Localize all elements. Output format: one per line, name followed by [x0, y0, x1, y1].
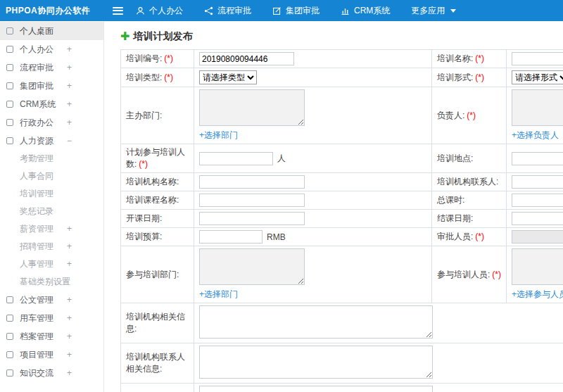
expand-icon[interactable]: + — [67, 58, 72, 77]
sidebar-item-label: 基础类别设置 — [20, 277, 70, 286]
sidebar-item[interactable]: 公文管理+ — [0, 291, 103, 309]
training-name-input[interactable] — [512, 52, 563, 65]
top-nav: 个人办公 流程审批 集团审批 CRM系统 更多应用 — [136, 5, 456, 17]
expand-icon[interactable]: + — [67, 95, 72, 113]
sidebar-item-label: 知识交流 — [20, 368, 53, 378]
field-label: 参与培训部门: — [126, 270, 179, 279]
training-requirements-textarea[interactable] — [199, 386, 433, 392]
crm-icon — [6, 101, 13, 108]
select-department-link[interactable]: +选择部门 — [199, 129, 426, 141]
nav-item-workflow-approval[interactable]: 流程审批 — [204, 5, 251, 17]
nav-item-group-approval[interactable]: 集团审批 — [272, 5, 320, 17]
sidebar-item[interactable]: 集团审批+ — [0, 77, 103, 95]
org-name-input[interactable] — [199, 175, 305, 189]
admin-icon — [6, 119, 13, 126]
sidebar-item[interactable]: 项目管理+ — [0, 346, 103, 364]
form-row: 培训预算: RMB 审批人员:(*) +选择审批人员 — [121, 228, 563, 246]
expand-icon[interactable]: + — [67, 255, 72, 273]
sidebar-item-label: 培训管理 — [20, 189, 53, 198]
user-icon — [6, 46, 13, 53]
chevron-down-icon — [450, 9, 456, 13]
unit-suffix: 人 — [277, 153, 286, 163]
expand-icon[interactable]: + — [67, 327, 72, 346]
expand-icon[interactable]: − — [67, 132, 72, 150]
expand-icon[interactable]: + — [67, 291, 72, 309]
participant-count-input[interactable] — [199, 152, 273, 165]
sidebar-item[interactable]: 个人桌面 — [0, 22, 103, 40]
sidebar-item-label: 招聘管理 — [20, 241, 53, 251]
desktop-icon — [6, 27, 13, 34]
field-label: 培训编号: — [126, 53, 162, 63]
required-mark: (*) — [164, 53, 173, 63]
sidebar-item[interactable]: 行政办公+ — [0, 113, 103, 132]
archive-icon — [6, 333, 13, 340]
sidebar-item[interactable]: 流程审批+ — [0, 58, 103, 77]
org-info-textarea[interactable] — [199, 305, 433, 339]
nav-item-crm[interactable]: CRM系统 — [341, 5, 390, 17]
page-header: ✚ 培训计划发布 — [105, 21, 563, 49]
org-contact-input[interactable] — [512, 175, 563, 189]
form-row: 计划参与培训人数:(*) 人 培训地点: — [121, 144, 563, 173]
hamburger-menu-icon[interactable] — [113, 7, 123, 15]
training-form-select[interactable]: 请选择形式 — [512, 70, 563, 84]
leader-textarea[interactable] — [512, 89, 563, 126]
training-location-input[interactable] — [512, 152, 563, 165]
sidebar-item-label: CRM系统 — [20, 99, 56, 109]
sidebar-item-label: 集团审批 — [20, 81, 53, 91]
sidebar-item-label: 个人桌面 — [20, 26, 53, 36]
expand-icon[interactable]: + — [67, 238, 72, 255]
nav-item-more-apps[interactable]: 更多应用 — [411, 5, 456, 17]
doc-icon — [6, 296, 13, 303]
sidebar-item[interactable]: 人力资源− — [0, 132, 103, 150]
sidebar-item[interactable]: 招聘管理+ — [0, 238, 103, 255]
required-mark: (*) — [164, 72, 173, 82]
sidebar-item-label: 考勤管理 — [20, 153, 53, 163]
nav-label: 个人办公 — [149, 5, 183, 17]
expand-icon[interactable]: + — [67, 346, 72, 364]
participants-textarea[interactable] — [512, 248, 563, 285]
form-row: 培训课程名称: 总课时: — [121, 191, 563, 210]
training-type-select[interactable]: 请选择类型 — [199, 70, 257, 84]
sidebar-item[interactable]: 基础类别设置 — [0, 273, 103, 291]
org-contact-info-textarea[interactable] — [199, 346, 433, 379]
total-hours-input[interactable] — [512, 194, 563, 207]
sidebar-item[interactable]: 培训管理 — [0, 185, 103, 203]
approve-icon — [6, 82, 13, 89]
select-participants-link[interactable]: +选择参与人员 — [512, 289, 563, 301]
field-label: 主办部门: — [126, 110, 162, 120]
form-row: 培训编号:(*) 培训名称:(*) — [121, 50, 563, 68]
expand-icon[interactable]: + — [67, 77, 72, 95]
sidebar-item[interactable]: 考勤管理 — [0, 150, 103, 167]
expand-icon[interactable]: + — [67, 220, 72, 238]
training-number-input[interactable] — [199, 52, 294, 65]
car-icon — [6, 315, 13, 322]
budget-input[interactable] — [199, 230, 262, 244]
sidebar-item-label: 项目管理 — [20, 350, 53, 360]
field-label: 开课日期: — [126, 213, 162, 223]
sidebar-item[interactable]: 人事管理+ — [0, 255, 103, 273]
host-department-textarea[interactable] — [199, 89, 305, 126]
nav-item-personal-office[interactable]: 个人办公 — [136, 5, 183, 17]
sidebar-item[interactable]: 薪资管理+ — [0, 220, 103, 238]
start-date-input[interactable] — [199, 212, 305, 225]
expand-icon[interactable]: + — [67, 364, 72, 382]
end-date-input[interactable] — [512, 212, 563, 225]
form-row: 培训机构联系人相关信息: — [121, 343, 563, 384]
expand-icon[interactable]: + — [67, 40, 72, 58]
sidebar-item[interactable]: CRM系统+ — [0, 95, 103, 113]
select-leader-link[interactable]: +选择负责人 — [512, 129, 563, 141]
approver-input — [512, 230, 563, 244]
sidebar-item[interactable]: 用车管理+ — [0, 309, 103, 327]
sidebar-item[interactable]: 奖惩记录 — [0, 203, 103, 220]
expand-icon[interactable]: + — [67, 113, 72, 132]
sidebar-item[interactable]: 档案管理+ — [0, 327, 103, 346]
field-label: 培训机构联系人: — [437, 177, 498, 186]
expand-icon[interactable]: + — [67, 309, 72, 327]
select-department-link[interactable]: +选择部门 — [199, 289, 426, 301]
participating-department-textarea[interactable] — [199, 248, 305, 285]
sidebar-item[interactable]: 知识交流+ — [0, 364, 103, 382]
course-name-input[interactable] — [199, 194, 305, 207]
sidebar-item[interactable]: 个人办公+ — [0, 40, 103, 58]
sidebar-item-label: 薪资管理 — [20, 224, 53, 234]
sidebar-item[interactable]: 人事合同 — [0, 167, 103, 185]
